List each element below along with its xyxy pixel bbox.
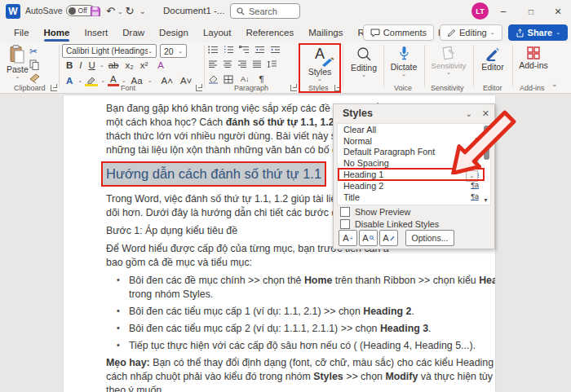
styles-pane-chevron-icon[interactable]: ⌄ (460, 109, 476, 118)
line-spacing-icon[interactable] (267, 60, 277, 68)
paste-button[interactable]: Paste ⌄ (7, 45, 29, 79)
align-right-icon[interactable] (237, 60, 247, 68)
clipboard-dialog-launcher-icon[interactable] (51, 85, 57, 91)
borders-icon[interactable] (224, 75, 233, 84)
font-size-combo[interactable]: 20 ⌄ (160, 44, 187, 58)
chevron-down-icon[interactable]: ⌄ (148, 78, 153, 83)
options-button[interactable]: Options... (405, 230, 454, 246)
font-dialog-launcher-icon[interactable] (196, 85, 202, 91)
sort-icon[interactable]: A↓ (238, 75, 252, 83)
redo-icon[interactable]: ↻ (123, 3, 137, 20)
style-item-clear-all[interactable]: Clear All (338, 124, 490, 135)
word-app-icon[interactable]: W (6, 4, 20, 19)
undo-icon[interactable]: ↶ (104, 3, 117, 20)
justify-icon[interactable] (252, 60, 262, 68)
chevron-down-icon[interactable]: ⌄ (100, 63, 104, 68)
styles-scrollbar-thumb[interactable] (484, 126, 489, 160)
tab-references[interactable]: References (238, 24, 301, 42)
multilevel-list-icon[interactable] (239, 46, 250, 54)
editor-button[interactable]: Editor (476, 46, 509, 72)
search-input[interactable]: Search (230, 3, 300, 19)
shrink-font-button[interactable]: A˅ (178, 76, 194, 86)
show-preview-checkbox[interactable]: Show Preview (340, 207, 410, 217)
styles-gallery-button[interactable]: A Styles ⌄ (303, 46, 336, 81)
tab-design[interactable]: Design (152, 24, 196, 42)
style-item-normal[interactable]: Normal¶ (338, 135, 490, 147)
cut-button[interactable]: ✂ (29, 46, 38, 57)
shading-icon[interactable] (208, 75, 219, 84)
format-painter-button[interactable] (29, 73, 40, 84)
autosave-toggle[interactable]: AutoSave Off (25, 5, 95, 16)
document-title: Document1 -... (163, 6, 224, 15)
clear-formatting-button[interactable]: A (155, 60, 166, 70)
text-effects-button[interactable]: A (64, 76, 75, 86)
italic-button[interactable]: I (77, 60, 84, 70)
new-style-button[interactable]: A+ (339, 230, 357, 246)
style-item-heading-2[interactable]: Heading 2¶a (338, 180, 490, 192)
highlight-color-button[interactable] (85, 76, 98, 86)
bullet-list-icon[interactable] (208, 46, 219, 54)
style-item-heading-1[interactable]: Heading 1¶a⌄ (338, 169, 490, 180)
strikethrough-button[interactable]: ab (106, 60, 122, 70)
show-preview-label: Show Preview (355, 207, 410, 217)
style-item-no-spacing[interactable]: No Spacing¶ (338, 157, 490, 169)
save-icon[interactable] (87, 6, 104, 17)
increase-indent-icon[interactable] (270, 46, 281, 54)
tab-layout[interactable]: Layout (196, 24, 239, 42)
comments-button[interactable]: Comments (363, 24, 434, 41)
style-item-subtitle[interactable]: Subtitle¶a (338, 203, 490, 205)
sensitivity-icon (442, 46, 455, 61)
copy-button[interactable] (29, 59, 39, 70)
show-paragraph-marks-icon[interactable]: ¶ (257, 74, 267, 84)
chevron-down-icon[interactable]: ⌄ (100, 78, 105, 83)
font-color-button[interactable]: A (108, 75, 119, 86)
style-inspector-button[interactable]: A (359, 230, 378, 246)
editing-mode-button[interactable]: Editing ⌄ (440, 24, 502, 41)
tab-insert[interactable]: Insert (77, 24, 115, 42)
font-name-combo[interactable]: Calibri Light (Headings) ⌄ (62, 44, 157, 58)
tab-home[interactable]: Home (37, 24, 77, 42)
dictate-button[interactable]: Dictate ⌄ (387, 46, 421, 77)
bold-button[interactable]: B (64, 60, 75, 70)
styles-dialog-launcher-icon[interactable] (334, 85, 341, 91)
underline-button[interactable]: U (86, 60, 98, 70)
checkbox-icon[interactable] (340, 207, 350, 217)
paragraph-dialog-launcher-icon[interactable] (290, 85, 297, 91)
avatar[interactable]: LT (471, 2, 489, 20)
tab-draw[interactable]: Draw (115, 24, 152, 42)
styles-pane-title: Styles (343, 108, 460, 119)
close-button[interactable]: × (544, 0, 571, 23)
style-item-title[interactable]: Title¶a (338, 192, 490, 203)
styles-pane-close-icon[interactable]: ✕ (477, 108, 494, 119)
tab-mailings[interactable]: Mailings (301, 24, 350, 42)
scroll-down-arrow-icon[interactable]: ▼ (483, 197, 489, 203)
comment-icon (370, 29, 380, 37)
chevron-down-icon[interactable]: ⌄ (122, 78, 126, 83)
share-button[interactable]: Share ⌄ (508, 24, 568, 41)
superscript-button[interactable]: x² (138, 60, 151, 70)
editing-button[interactable]: Editing ⌄ (347, 46, 380, 77)
addins-button[interactable]: Add-ins (516, 46, 551, 70)
style-type-icon: ¶a (471, 204, 479, 205)
undo-dropdown-icon[interactable]: ⌄ (117, 8, 123, 15)
decrease-indent-icon[interactable] (255, 46, 265, 54)
subscript-button[interactable]: x₂ (123, 60, 136, 70)
collapse-ribbon-icon[interactable]: ⌄ (551, 81, 558, 86)
manage-styles-button[interactable]: A (379, 230, 398, 246)
numbered-list-icon[interactable] (224, 46, 234, 54)
qat-customize-icon[interactable]: ⌄ (137, 3, 148, 20)
disable-linked-styles-checkbox[interactable]: Disable Linked Styles (340, 219, 439, 229)
tab-file[interactable]: File (7, 24, 37, 42)
checkbox-icon[interactable] (340, 219, 350, 229)
doc-line: Tiếp tục thực hiện với các cấp độ sâu hơ… (129, 339, 495, 353)
style-type-icon: ¶ (475, 136, 479, 144)
chevron-down-icon: ⌄ (361, 73, 366, 77)
minimize-button[interactable]: – (489, 0, 517, 23)
style-item-default-paragraph-font[interactable]: Default Paragraph Fonta (338, 147, 490, 158)
align-left-icon[interactable] (208, 60, 218, 68)
align-center-icon[interactable] (223, 60, 232, 68)
grow-font-button[interactable]: A˄ (159, 76, 175, 86)
paragraph-row-2 (208, 60, 277, 68)
chevron-down-icon[interactable]: ⌄ (77, 78, 82, 83)
maximize-button[interactable]: □ (517, 0, 545, 23)
